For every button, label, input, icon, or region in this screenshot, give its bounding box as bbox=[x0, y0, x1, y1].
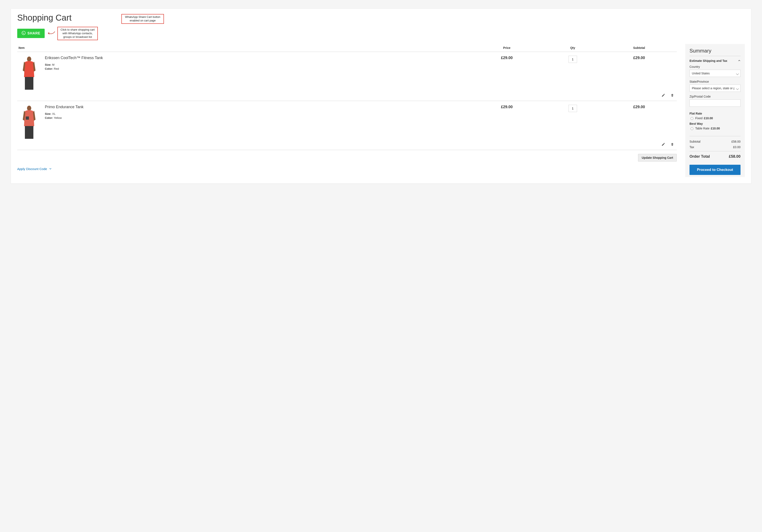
cart-page: Shopping Cart WhatsApp Share Cart button… bbox=[11, 9, 751, 184]
edit-item-button[interactable] bbox=[661, 93, 666, 98]
svg-point-5 bbox=[27, 106, 31, 111]
svg-rect-6 bbox=[26, 116, 29, 120]
product-attr-color: Color:Red bbox=[45, 67, 103, 70]
header-qty: Qty bbox=[544, 44, 601, 52]
pencil-icon bbox=[661, 144, 665, 147]
discount-label: Apply Discount Code bbox=[17, 167, 47, 171]
product-attr-size: Size:XL bbox=[45, 112, 84, 115]
share-row: SHARE Click to share shopping cart with … bbox=[17, 27, 745, 40]
ship-method-flat-rate: Flat Rate bbox=[690, 112, 740, 115]
remove-item-button[interactable] bbox=[670, 142, 675, 147]
product-attr-color: Color:Yellow bbox=[45, 116, 84, 119]
svg-rect-3 bbox=[25, 77, 34, 90]
price-cell: £29.00 bbox=[470, 101, 544, 141]
cart-column: Item Price Qty Subtotal bbox=[17, 44, 677, 177]
estimate-shipping-toggle[interactable]: Estimate Shipping and Tax bbox=[690, 59, 740, 62]
subtotal-cell: £29.00 bbox=[601, 101, 677, 141]
trash-icon bbox=[670, 144, 674, 147]
state-select[interactable]: Please select a region, state or provinc… bbox=[690, 85, 740, 92]
summary-title: Summary bbox=[690, 48, 740, 56]
pencil-icon bbox=[661, 95, 665, 98]
tax-label: Tax bbox=[690, 145, 694, 149]
edit-item-button[interactable] bbox=[661, 142, 666, 147]
product-image bbox=[19, 56, 40, 91]
table-row: Erikssen CoolTech™ Fitness Tank Size:M C… bbox=[17, 52, 677, 92]
country-label: Country bbox=[690, 65, 740, 68]
ship-method-best-way: Best Way bbox=[690, 122, 740, 125]
product-image bbox=[19, 105, 40, 140]
subtotal-cell: £29.00 bbox=[601, 52, 677, 92]
chevron-down-icon bbox=[49, 167, 52, 171]
totals-block: Subtotal £58.00 Tax £0.00 Order Total £5… bbox=[690, 136, 740, 161]
whatsapp-icon bbox=[22, 31, 26, 36]
trash-icon bbox=[670, 95, 674, 98]
arrow-icon bbox=[47, 30, 55, 37]
update-cart-button[interactable]: Update Shopping Cart bbox=[638, 154, 677, 162]
page-title: Shopping Cart bbox=[17, 13, 72, 23]
summary-panel: Summary Estimate Shipping and Tax Countr… bbox=[685, 44, 745, 177]
country-select[interactable]: United States bbox=[690, 70, 740, 77]
remove-item-button[interactable] bbox=[670, 93, 675, 98]
title-row: Shopping Cart WhatsApp Share Cart button… bbox=[17, 13, 745, 27]
ship-radio-table-rate[interactable] bbox=[691, 127, 693, 130]
tax-value: £0.00 bbox=[733, 145, 740, 149]
cart-table: Item Price Qty Subtotal bbox=[17, 44, 677, 150]
header-subtotal: Subtotal bbox=[601, 44, 677, 52]
product-name[interactable]: Erikssen CoolTech™ Fitness Tank bbox=[45, 56, 103, 60]
order-total-value: £58.00 bbox=[729, 154, 740, 159]
svg-point-2 bbox=[27, 56, 31, 62]
cart-footer: Update Shopping Cart bbox=[17, 150, 677, 162]
annotation-share: Click to share shopping cart with WhatsA… bbox=[57, 27, 98, 40]
product-name[interactable]: Primo Endurance Tank bbox=[45, 105, 84, 109]
qty-input[interactable] bbox=[569, 105, 577, 112]
subtotal-label: Subtotal bbox=[690, 140, 700, 143]
estimate-label: Estimate Shipping and Tax bbox=[690, 59, 727, 62]
ship-radio-fixed[interactable] bbox=[691, 117, 693, 120]
item-actions-row bbox=[17, 141, 677, 150]
svg-point-0 bbox=[22, 31, 26, 35]
header-item: Item bbox=[17, 44, 470, 52]
price-cell: £29.00 bbox=[470, 52, 544, 92]
order-total-label: Order Total bbox=[690, 154, 710, 159]
ship-option-fixed[interactable]: Fixed £10.00 bbox=[690, 116, 740, 120]
share-button-label: SHARE bbox=[28, 32, 40, 35]
annotation-top: WhatsApp Share Cart button enabled on ca… bbox=[121, 14, 164, 24]
ship-option-table-rate[interactable]: Table Rate £10.00 bbox=[690, 127, 740, 130]
product-attr-size: Size:M bbox=[45, 63, 103, 66]
subtotal-value: £58.00 bbox=[731, 140, 740, 143]
apply-discount-toggle[interactable]: Apply Discount Code bbox=[17, 167, 52, 171]
content-row: Item Price Qty Subtotal bbox=[17, 44, 745, 177]
item-actions-row bbox=[17, 92, 677, 101]
zip-input[interactable] bbox=[690, 100, 740, 107]
qty-input[interactable] bbox=[569, 56, 577, 63]
header-price: Price bbox=[470, 44, 544, 52]
state-label: State/Province bbox=[690, 80, 740, 83]
table-row: Primo Endurance Tank Size:XL Color:Yello… bbox=[17, 101, 677, 141]
svg-rect-7 bbox=[25, 126, 34, 139]
chevron-up-icon bbox=[738, 59, 740, 62]
zip-label: Zip/Postal Code bbox=[690, 95, 740, 98]
proceed-to-checkout-button[interactable]: Proceed to Checkout bbox=[690, 165, 740, 175]
whatsapp-share-button[interactable]: SHARE bbox=[17, 29, 45, 38]
